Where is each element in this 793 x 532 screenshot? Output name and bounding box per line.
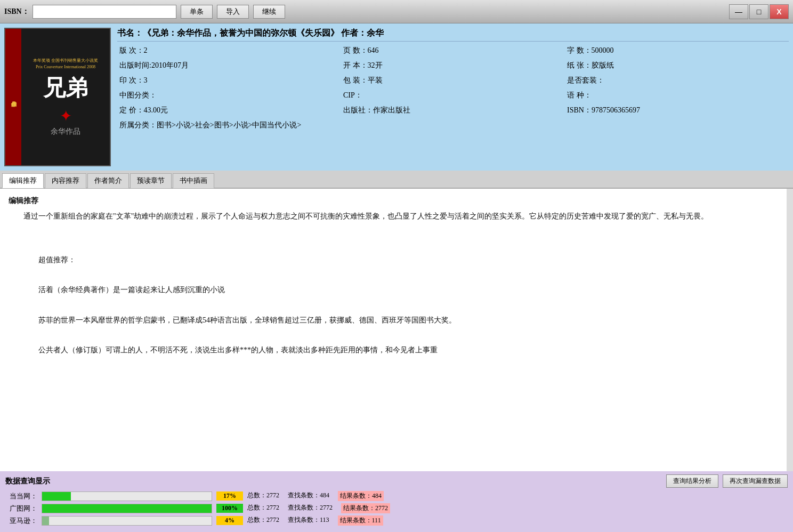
pct-amazon: 4% [216,516,243,525]
requery-btn[interactable]: 再次查询漏查数据 [723,474,788,488]
site-amazon: 亚马逊： [5,516,37,526]
analysis-btn[interactable]: 查询结果分析 [666,474,718,488]
stats-title: 数据查询显示 [5,477,662,486]
stats-row-guangtu: 广图网： 100% 总数：2772 查找条数：2772 结果条数：2772 [5,503,788,513]
maximize-btn[interactable]: □ [749,4,768,19]
editorial-recommend-1: 活着（余华经典著作）是一篇读起来让人感到沉重的小说 [38,283,778,296]
book-spine: 余华作品 [5,29,21,165]
progress-fill-dangdang [42,492,71,501]
progress-fill-amazon [42,517,49,525]
isbn-cell: ISBN：9787506365697 [565,104,789,116]
detail-row-6: 所属分类：图书>小说>社会>图书>小说>中国当代小说> [117,119,789,131]
result-guangtu: 结果条数：2772 [341,503,390,513]
book-award-badge: 本年奖项 全国书刊销售量大小说奖Prix Couverture Internat… [33,58,98,69]
progress-fill-guangtu [42,504,212,513]
detail-row-2: 出版时间:2010年07月 开 本：32开 纸 张：胶版纸 [117,60,789,71]
found-dangdang: 查找条数：484 [288,491,329,501]
classification-cell: 所属分类：图书>小说>社会>图书>小说>中国当代小说> [117,119,789,131]
stats-row-dangdang: 当当网： 17% 总数：2772 查找条数：484 结果条数：484 [5,491,788,501]
isbn-label: ISBN： [4,7,29,17]
editorial-recommend-2: 苏菲的世界一本风靡世界的哲学启蒙书，已翻译成54种语言出版，全球销售超过三亿册，… [38,313,778,327]
paper-cell: 纸 张：胶版纸 [565,60,789,71]
detail-row-1: 版 次：2 页 数：646 字 数：500000 [117,45,789,57]
continue-btn[interactable]: 继续 [253,5,285,19]
detail-row-5: 定 价：43.00元 出版社：作家出版社 ISBN：9787506365697 [117,104,789,116]
single-btn[interactable]: 单条 [181,5,213,19]
book-main-cover: 本年奖项 全国书刊销售量大小说奖Prix Couverture Internat… [21,28,110,166]
book-cover: 余华作品 本年奖项 全国书刊销售量大小说奖Prix Couverture Int… [4,28,111,166]
detail-amazon: 总数：2772 查找条数：113 结果条数：111 [247,515,383,526]
pct-dangdang: 17% [216,491,243,501]
detail-dangdang: 总数：2772 查找条数：484 结果条数：484 [247,491,384,501]
site-dangdang: 当当网： [5,491,37,501]
total-guangtu: 总数：2772 [247,503,279,513]
isbn-input[interactable] [33,5,176,19]
progress-amazon [42,516,212,526]
detail-guangtu: 总数：2772 查找条数：2772 结果条数：2772 [247,503,390,513]
words-cell: 字 数：500000 [565,45,789,57]
tab-editorial[interactable]: 编辑推荐 [2,173,44,188]
language-cell: 语 种： [565,90,789,101]
tab-preview[interactable]: 预读章节 [130,173,172,188]
window-controls: — □ X [729,4,789,19]
result-dangdang: 结果条数：484 [338,491,384,501]
printnum-cell: 印 次：3 [117,75,341,86]
edition-cell: 版 次：2 [117,45,341,57]
category-cell: 中图分类： [117,90,341,101]
tabs-area: 编辑推荐 内容推荐 作者简介 预读章节 书中插画 [0,171,793,189]
detail-row-3: 印 次：3 包 装：平装 是否套装： [117,75,789,86]
title-bar: ISBN： 单条 导入 继续 — □ X [0,0,793,23]
minimize-btn[interactable]: — [729,4,748,19]
pubdate-cell: 出版时间:2010年07月 [117,60,341,71]
pages-cell: 页 数：646 [341,45,565,57]
book-info-area: 余华作品 本年奖项 全国书刊销售量大小说奖Prix Couverture Int… [0,23,793,171]
editorial-recommend-3: 公共者人（修订版）可谓上的人，不明活不死，淡说生出多样***的人物，表就淡出多种… [38,343,778,357]
tab-illustrations[interactable]: 书中插画 [173,173,214,188]
packaging-cell: 包 装：平装 [341,75,565,86]
editorial-title: 编辑推荐 [9,194,778,207]
book-author-cover: 余华作品 [51,127,80,136]
book-title-row: 书名：《兄弟：余华作品，被誉为中国的弥尔顿《失乐园》 作者：余华 [117,28,789,42]
publisher-cell: 出版社：作家出版社 [341,104,565,116]
book-title-cover: 兄弟 [43,73,88,103]
cip-cell: CIP： [341,90,565,101]
isset-cell: 是否套装： [565,75,789,86]
format-cell: 开 本：32开 [341,60,565,71]
editorial-recommend-label: 超值推荐： [38,253,778,267]
total-amazon: 总数：2772 [247,515,279,526]
import-btn[interactable]: 导入 [217,5,249,19]
detail-row-4: 中图分类： CIP： 语 种： [117,90,789,101]
book-details: 书名：《兄弟：余华作品，被誉为中国的弥尔顿《失乐园》 作者：余华 版 次：2 页… [117,28,789,166]
editorial-para-1: 通过一个重新组合的家庭在"文革"劫难中的崩溃过程，展示了个人命运与权力意志之间不… [9,209,778,223]
progress-guangtu [42,504,212,513]
stats-row-amazon: 亚马逊： 4% 总数：2772 查找条数：113 结果条数：111 [5,515,788,526]
tab-author[interactable]: 作者简介 [87,173,129,188]
bottom-stats: 数据查询显示 查询结果分析 再次查询漏查数据 当当网： 17% 总数：2772 … [0,471,793,532]
price-cell: 定 价：43.00元 [117,104,341,116]
tab-content[interactable]: 内容推荐 [45,173,86,188]
content-area[interactable]: 编辑推荐 通过一个重新组合的家庭在"文革"劫难中的崩溃过程，展示了个人命运与权力… [0,189,793,471]
site-guangtu: 广图网： [5,504,37,513]
progress-dangdang [42,491,212,501]
tab-bar: 编辑推荐 内容推荐 作者简介 预读章节 书中插画 [0,171,793,189]
result-amazon: 结果条数：111 [338,515,383,526]
total-dangdang: 总数：2772 [247,491,279,501]
pct-guangtu: 100% [216,504,243,513]
found-amazon: 查找条数：113 [288,515,329,526]
found-guangtu: 查找条数：2772 [288,503,333,513]
stats-header: 数据查询显示 查询结果分析 再次查询漏查数据 [5,474,788,488]
book-red-decoration: ✦ [60,107,72,125]
close-btn[interactable]: X [770,4,789,19]
